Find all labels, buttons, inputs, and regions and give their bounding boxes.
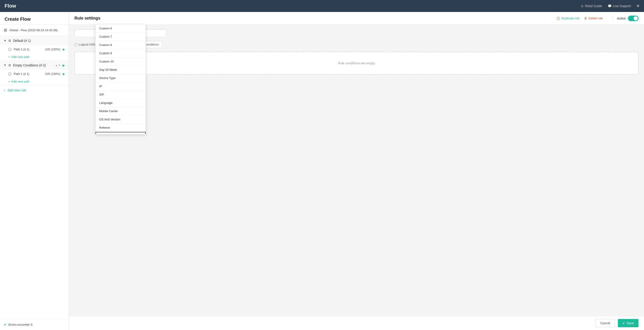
arrow-controls: ▲ ▼: [55, 64, 61, 67]
rule-settings-header: Rule settings 📋 Duplicate rule 🗑 Delete …: [69, 12, 644, 25]
play-icon: ▶: [63, 48, 65, 51]
delete-rule-button[interactable]: 🗑 Delete rule: [584, 17, 603, 20]
rule-group-header-2[interactable]: ▼ ⚙ Empty Conditions (# 2) ▲ ▼ ▶: [0, 61, 69, 70]
path-1-label: Path 1 (# 1): [14, 48, 43, 51]
rule-name-row: [74, 30, 638, 37]
top-nav: Flow ⊙ Read Guide 💬 Live Support ×: [0, 0, 644, 12]
rule-2-path-1[interactable]: Path 1 (# 1) 100 (100%) ▶: [0, 70, 69, 78]
path-2-percent: 100 (100%): [45, 72, 60, 76]
dropdown-item[interactable]: IP: [96, 82, 146, 91]
dropdown-item[interactable]: Day Of Week: [96, 66, 146, 74]
chat-icon: 💬: [608, 4, 612, 8]
chevron-down-icon-2: ▼: [4, 64, 6, 67]
conditions-box: Rule conditions are empty: [74, 52, 638, 75]
active-toggle[interactable]: [628, 16, 638, 21]
rule-body: Logical AND Logical OR 🗑 Remove all cond…: [69, 25, 644, 330]
dropdown-item[interactable]: OS And Version: [96, 115, 146, 124]
live-support-link[interactable]: 💬 Live Support: [608, 4, 631, 8]
dropdown-item[interactable]: Custom 9: [96, 49, 146, 58]
read-guide-link[interactable]: ⊙ Read Guide: [581, 4, 602, 8]
dropdown-item[interactable]: ISP: [96, 91, 146, 99]
dropdown-item[interactable]: Language: [96, 99, 146, 107]
chevron-down-icon: ▼: [4, 39, 6, 42]
logical-and-label: Logical AND: [79, 43, 95, 46]
help-circle-icon: ⊙: [581, 4, 584, 8]
active-toggle-wrap: Active: [612, 16, 638, 21]
plus-icon-2: +: [8, 80, 10, 83]
arrow-up-icon[interactable]: ▲: [55, 64, 58, 67]
dropdown-item[interactable]: Referrer: [96, 124, 146, 132]
sidebar: Create Flow ⊞ Global - Flow (2022-08-23 …: [0, 12, 69, 330]
grid-icon: ⊞: [4, 28, 7, 33]
sidebar-header: Create Flow: [0, 12, 69, 24]
rule-2-title: Empty Conditions (# 2): [13, 64, 53, 67]
dropdown-item[interactable]: Device Type: [96, 74, 146, 82]
dropdown-item[interactable]: Custom 10: [96, 58, 146, 66]
dropdown-item[interactable]: Custom 7: [96, 33, 146, 41]
dropdown-item[interactable]: Custom 8: [96, 41, 146, 49]
save-button[interactable]: ✔ Save: [618, 319, 638, 327]
gear-icon: ⚙: [8, 39, 11, 43]
duplicate-rule-button[interactable]: 📋 Duplicate rule: [556, 17, 580, 20]
error-count-label: Errors occurred: 0: [8, 323, 32, 326]
path-radio: [8, 48, 12, 51]
check-icon: ✔: [622, 321, 625, 325]
rule-play-icon: ▶: [62, 64, 65, 67]
rule-group-2: ▼ ⚙ Empty Conditions (# 2) ▲ ▼ ▶ Path 1 …: [0, 61, 69, 85]
rule-settings-title: Rule settings: [74, 16, 100, 21]
trash-icon: 🗑: [584, 17, 587, 20]
condition-logic-row: Logical AND Logical OR 🗑 Remove all cond…: [74, 41, 638, 48]
path-radio-2: [8, 72, 12, 76]
content-area: Rule settings 📋 Duplicate rule 🗑 Delete …: [69, 12, 644, 330]
rule-group-header-1[interactable]: ▼ ⚙ Default (# 1): [0, 36, 69, 45]
conditions-empty-text: Rule conditions are empty: [338, 61, 375, 65]
global-flow-label: Global - Flow (2022-08-23 14:42:38): [10, 29, 58, 32]
rule-group-1: ▼ ⚙ Default (# 1) Path 1 (# 1) 100 (100%…: [0, 36, 69, 61]
path-2-label: Path 1 (# 1): [14, 72, 43, 76]
add-path-btn-2[interactable]: + Add new path: [0, 78, 69, 85]
close-button[interactable]: ×: [636, 3, 640, 9]
add-rule-button[interactable]: + Add new rule: [0, 85, 69, 95]
dropdown-item[interactable]: Mobile Carrier: [96, 107, 146, 115]
active-label: Active: [617, 17, 626, 20]
add-path-btn-1[interactable]: + Add new path: [0, 53, 69, 61]
global-flow-item[interactable]: ⊞ Global - Flow (2022-08-23 14:42:38): [0, 24, 69, 36]
logical-and-option[interactable]: Logical AND: [74, 43, 95, 46]
plus-icon: +: [8, 55, 10, 59]
condition-type-dropdown[interactable]: Custom 6Custom 7Custom 8Custom 9Custom 1…: [95, 24, 146, 134]
gear-icon-2: ⚙: [8, 64, 11, 67]
sidebar-footer: ✔ Errors occurred: 0: [0, 319, 69, 330]
rule-1-title: Default (# 1): [13, 39, 65, 43]
rule-1-path-1[interactable]: Path 1 (# 1) 100 (100%) ▶: [0, 45, 69, 53]
rule-header-actions: 📋 Duplicate rule 🗑 Delete rule Active: [556, 16, 639, 21]
footer-buttons: Cancel ✔ Save: [69, 316, 644, 330]
app-title: Flow: [4, 3, 16, 9]
dropdown-item[interactable]: Custom 6: [96, 24, 146, 33]
nav-right: ⊙ Read Guide 💬 Live Support ×: [581, 3, 640, 9]
dropdown-item[interactable]: Referrer Domain: [96, 132, 146, 134]
play-icon-2: ▶: [63, 72, 65, 76]
arrow-down-icon[interactable]: ▼: [58, 64, 61, 67]
copy-icon: 📋: [556, 17, 560, 20]
path-1-percent: 100 (100%): [45, 48, 60, 51]
check-circle-icon: ✔: [4, 322, 7, 327]
cancel-button[interactable]: Cancel: [595, 319, 615, 327]
plus-icon-rule: +: [4, 89, 6, 92]
